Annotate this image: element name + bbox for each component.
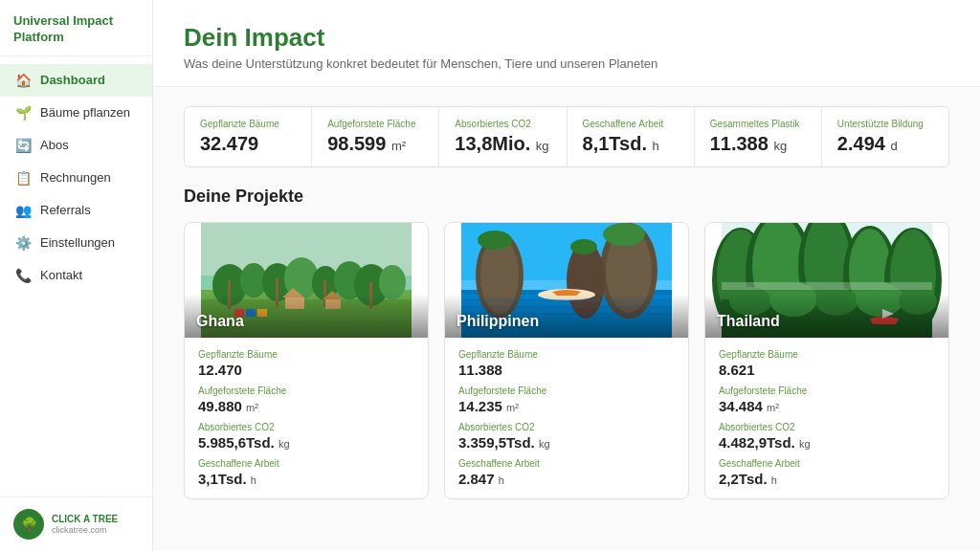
stat-plastik: Gesammeltes Plastik 11.388 kg — [695, 107, 822, 166]
project-image-ghana: Ghana — [185, 223, 428, 338]
sidebar-item-abos[interactable]: 🔄 Abos — [0, 129, 152, 162]
tree-icon: 🌱 — [15, 105, 31, 121]
ghana-trees-label: Gepflanzte Bäume — [198, 349, 414, 360]
thai-co2-value: 4.482,9Tsd. kg — [719, 434, 935, 451]
phil-work-value: 2.847 h — [458, 471, 675, 487]
sidebar-label-abos: Abos — [40, 138, 69, 152]
stat-co2-value: 13,8Mio. kg — [455, 133, 550, 155]
stat-arbeit: Geschaffene Arbeit 8,1Tsd. h — [568, 107, 695, 166]
sidebar-footer: 🌳 CLICK A TREE clickatree.com — [0, 496, 152, 551]
sidebar-label-referrals: Referrals — [40, 203, 91, 217]
stat-baeume-value: 32.479 — [200, 133, 296, 155]
page-title: Dein Impact — [184, 23, 949, 53]
stat-arbeit-value: 8,1Tsd. h — [583, 133, 679, 155]
sidebar-item-dashboard[interactable]: 🏠 Dashboard — [0, 64, 152, 97]
svg-point-33 — [603, 223, 645, 246]
sidebar-label-einstellungen: Einstellungen — [40, 235, 115, 250]
sidebar-item-referrals[interactable]: 👥 Referrals — [0, 194, 152, 227]
referrals-icon: 👥 — [15, 203, 31, 218]
stat-flaeche: Aufgeforstete Fläche 98.599 m² — [312, 107, 439, 166]
thai-trees-value: 8.621 — [719, 362, 935, 378]
phil-co2-label: Absorbiertes CO2 — [458, 422, 675, 432]
page-header: Dein Impact Was deine Unterstützung konk… — [153, 0, 980, 87]
ghana-co2-value: 5.985,6Tsd. kg — [198, 434, 414, 451]
project-image-thailand: Thailand — [705, 223, 948, 338]
stat-plastik-label: Gesammeltes Plastik — [710, 119, 806, 129]
project-name-ghana: Ghana — [185, 294, 428, 338]
sidebar-label-rechnungen: Rechnungen — [40, 170, 111, 185]
ghana-area-label: Aufgeforstete Fläche — [198, 386, 414, 396]
stat-co2: Absorbiertes CO2 13,8Mio. kg — [439, 107, 567, 166]
thai-work-value: 2,2Tsd. h — [719, 471, 935, 487]
phil-trees-label: Gepflanzte Bäume — [458, 349, 675, 360]
sidebar-item-einstellungen[interactable]: ⚙️ Einstellungen — [0, 227, 152, 259]
ghana-co2-label: Absorbiertes CO2 — [198, 422, 414, 432]
phil-work-label: Geschaffene Arbeit — [458, 458, 675, 469]
settings-icon: ⚙️ — [15, 235, 31, 251]
dashboard-icon: 🏠 — [15, 73, 31, 88]
svg-rect-57 — [722, 282, 932, 290]
stat-baeume-label: Gepflanzte Bäume — [200, 119, 296, 129]
ghana-trees-value: 12.470 — [198, 362, 414, 378]
brand-info: CLICK A TREE clickatree.com — [52, 514, 118, 535]
page-subtitle: Was deine Unterstützung konkret bedeutet… — [184, 56, 949, 71]
project-stats-thailand: Gepflanzte Bäume 8.621 Aufgeforstete Flä… — [705, 338, 948, 498]
sidebar: Universal ImpactPlatform 🏠 Dashboard 🌱 B… — [0, 0, 153, 551]
project-stats-philippinen: Gepflanzte Bäume 11.388 Aufgeforstete Fl… — [445, 338, 688, 498]
sidebar-item-rechnungen[interactable]: 📋 Rechnungen — [0, 162, 152, 194]
svg-point-32 — [478, 231, 512, 250]
ghana-work-label: Geschaffene Arbeit — [198, 458, 414, 469]
sidebar-item-kontakt[interactable]: 📞 Kontakt — [0, 259, 152, 292]
platform-name: Universal ImpactPlatform — [0, 0, 152, 56]
sidebar-label-dashboard: Dashboard — [40, 73, 105, 87]
stat-bildung: Unterstützte Bildung 2.494 d — [822, 107, 948, 166]
project-name-thailand: Thailand — [705, 294, 948, 338]
ghana-area-value: 49.880 m² — [198, 398, 414, 414]
project-image-philippinen: Philippinen — [445, 223, 688, 338]
stat-bildung-label: Unterstützte Bildung — [837, 119, 933, 129]
ghana-work-value: 3,1Tsd. h — [198, 471, 414, 487]
project-card-thailand[interactable]: Thailand Gepflanzte Bäume 8.621 Aufgefor… — [704, 222, 949, 499]
contact-icon: 📞 — [15, 268, 31, 283]
projects-section: Deine Projekte — [153, 187, 980, 522]
stat-flaeche-label: Aufgeforstete Fläche — [327, 119, 423, 129]
brand-name: CLICK A TREE — [52, 514, 118, 525]
stat-bildung-value: 2.494 d — [837, 133, 933, 155]
project-name-philippinen: Philippinen — [445, 294, 688, 338]
phil-area-value: 14.235 m² — [458, 398, 675, 414]
rechnungen-icon: 📋 — [15, 170, 31, 186]
project-stats-ghana: Gepflanzte Bäume 12.470 Aufgeforstete Fl… — [185, 338, 428, 498]
phil-area-label: Aufgeforstete Fläche — [458, 386, 675, 396]
phil-co2-value: 3.359,5Tsd. kg — [458, 434, 675, 451]
thai-co2-label: Absorbiertes CO2 — [719, 422, 935, 432]
stat-arbeit-label: Geschaffene Arbeit — [583, 119, 679, 129]
thai-work-label: Geschaffene Arbeit — [719, 458, 935, 469]
stat-flaeche-value: 98.599 m² — [327, 133, 423, 155]
thai-trees-label: Gepflanzte Bäume — [719, 349, 935, 360]
projects-title: Deine Projekte — [184, 187, 949, 207]
phil-trees-value: 11.388 — [458, 362, 675, 378]
project-card-philippinen[interactable]: Philippinen Gepflanzte Bäume 11.388 Aufg… — [444, 222, 689, 499]
stat-co2-label: Absorbiertes CO2 — [455, 119, 550, 129]
brand-url: clickatree.com — [52, 525, 118, 535]
brand-logo: 🌳 — [13, 509, 44, 540]
thai-area-value: 34.484 m² — [719, 398, 935, 414]
sidebar-nav: 🏠 Dashboard 🌱 Bäume pflanzen 🔄 Abos 📋 Re… — [0, 56, 152, 496]
sidebar-item-baeume[interactable]: 🌱 Bäume pflanzen — [0, 97, 152, 129]
stat-plastik-value: 11.388 kg — [710, 133, 806, 155]
projects-grid: Ghana Gepflanzte Bäume 12.470 Aufgeforst… — [184, 222, 949, 499]
abos-icon: 🔄 — [15, 138, 31, 153]
stat-baeume: Gepflanzte Bäume 32.479 — [185, 107, 312, 166]
sidebar-label-kontakt: Kontakt — [40, 268, 82, 282]
thai-area-label: Aufgeforstete Fläche — [719, 386, 935, 396]
main-content: Dein Impact Was deine Unterstützung konk… — [153, 0, 980, 551]
stats-bar: Gepflanzte Bäume 32.479 Aufgeforstete Fl… — [184, 106, 949, 167]
svg-point-34 — [570, 239, 597, 254]
sidebar-label-baeume: Bäume pflanzen — [40, 105, 130, 120]
project-card-ghana[interactable]: Ghana Gepflanzte Bäume 12.470 Aufgeforst… — [184, 222, 429, 499]
